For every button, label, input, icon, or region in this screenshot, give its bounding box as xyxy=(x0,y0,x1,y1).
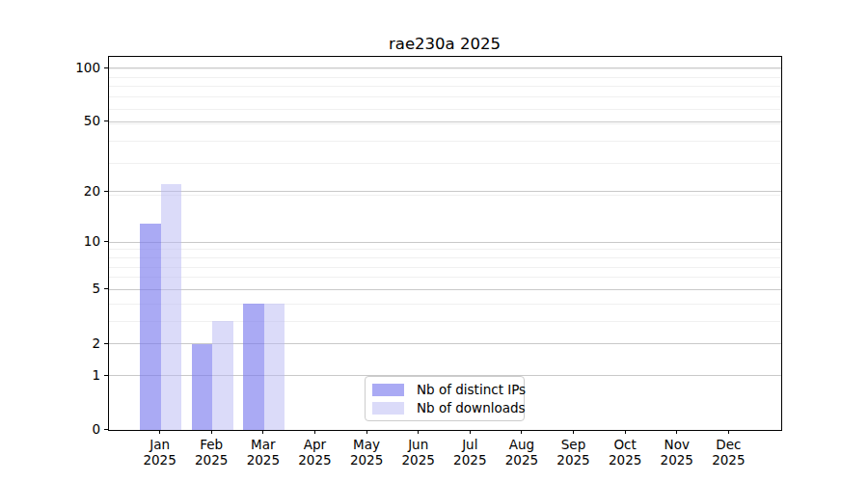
y-minor-gridline xyxy=(109,321,781,322)
x-tick-label: Aug 2025 xyxy=(493,437,551,468)
x-tick-label: Nov 2025 xyxy=(648,437,706,468)
x-tick-mark xyxy=(676,430,677,434)
bar-downloads-feb xyxy=(212,321,233,430)
y-minor-gridline xyxy=(109,86,781,87)
x-tick-label: Oct 2025 xyxy=(596,437,654,468)
y-tick-mark xyxy=(104,343,108,344)
y-tick-label: 50 xyxy=(42,113,100,128)
y-tick-label: 2 xyxy=(42,335,100,351)
y-minor-gridline xyxy=(109,109,781,110)
x-tick-mark xyxy=(262,430,263,434)
y-tick-mark xyxy=(104,288,108,289)
y-tick-mark xyxy=(104,429,108,430)
x-tick-mark xyxy=(159,430,160,434)
legend-item-distinct-ips: Nb of distinct IPs xyxy=(372,381,516,399)
x-tick-label: Jul 2025 xyxy=(441,437,499,468)
y-major-gridline xyxy=(109,191,781,192)
y-tick-mark xyxy=(104,191,108,192)
legend-swatch-distinct-ips xyxy=(372,384,404,396)
bar-distinct-ips-mar xyxy=(243,304,264,430)
y-tick-label: 0 xyxy=(42,421,100,437)
y-major-gridline xyxy=(109,242,781,243)
y-minor-gridline xyxy=(109,304,781,305)
x-tick-mark xyxy=(728,430,729,434)
y-minor-gridline xyxy=(109,96,781,97)
x-tick-label: Jun 2025 xyxy=(390,437,448,468)
bar-distinct-ips-jan xyxy=(140,224,161,430)
x-tick-label: Apr 2025 xyxy=(285,437,343,468)
y-tick-label: 5 xyxy=(42,281,100,296)
x-tick-label: May 2025 xyxy=(338,437,395,468)
x-tick-label: Jan 2025 xyxy=(131,437,189,468)
chart-title: rae230a 2025 xyxy=(108,35,781,53)
y-minor-gridline xyxy=(109,141,781,142)
y-minor-gridline xyxy=(109,277,781,278)
x-tick-label: Mar 2025 xyxy=(234,437,292,468)
y-major-gridline xyxy=(109,67,781,68)
y-major-gridline xyxy=(109,289,781,290)
plot-area xyxy=(108,56,782,431)
legend: Nb of distinct IPs Nb of downloads xyxy=(365,376,525,421)
y-minor-gridline xyxy=(109,77,781,78)
y-minor-gridline xyxy=(109,249,781,250)
legend-item-downloads: Nb of downloads xyxy=(372,399,516,417)
x-tick-mark xyxy=(314,430,315,434)
bar-distinct-ips-feb xyxy=(192,344,213,430)
legend-label-distinct-ips: Nb of distinct IPs xyxy=(417,381,526,399)
x-tick-mark xyxy=(521,430,522,434)
y-tick-mark xyxy=(104,67,108,68)
bar-downloads-mar xyxy=(264,304,285,430)
y-major-gridline xyxy=(109,121,781,122)
x-tick-label: Dec 2025 xyxy=(699,437,757,468)
figure: rae230a 2025 Nb of distinct IPs Nb of do… xyxy=(0,0,868,482)
y-minor-gridline xyxy=(109,123,781,124)
y-minor-gridline xyxy=(109,257,781,258)
y-minor-gridline xyxy=(109,267,781,268)
x-tick-mark xyxy=(366,430,367,434)
x-tick-label: Sep 2025 xyxy=(545,437,603,468)
y-tick-mark xyxy=(104,241,108,242)
y-tick-label: 20 xyxy=(42,183,100,199)
x-tick-mark xyxy=(625,430,626,434)
y-minor-gridline xyxy=(109,195,781,196)
x-tick-mark xyxy=(418,430,419,434)
y-minor-gridline xyxy=(109,163,781,164)
y-tick-label: 100 xyxy=(42,60,100,75)
legend-swatch-downloads xyxy=(372,402,404,415)
y-tick-mark xyxy=(104,375,108,376)
x-tick-mark xyxy=(573,430,574,434)
bar-downloads-jan xyxy=(161,184,182,430)
x-tick-mark xyxy=(211,430,212,434)
y-tick-mark xyxy=(104,120,108,121)
y-tick-label: 1 xyxy=(42,367,100,383)
y-tick-label: 10 xyxy=(42,233,100,249)
x-tick-mark xyxy=(470,430,471,434)
legend-label-downloads: Nb of downloads xyxy=(417,399,526,417)
x-tick-label: Feb 2025 xyxy=(182,437,240,468)
